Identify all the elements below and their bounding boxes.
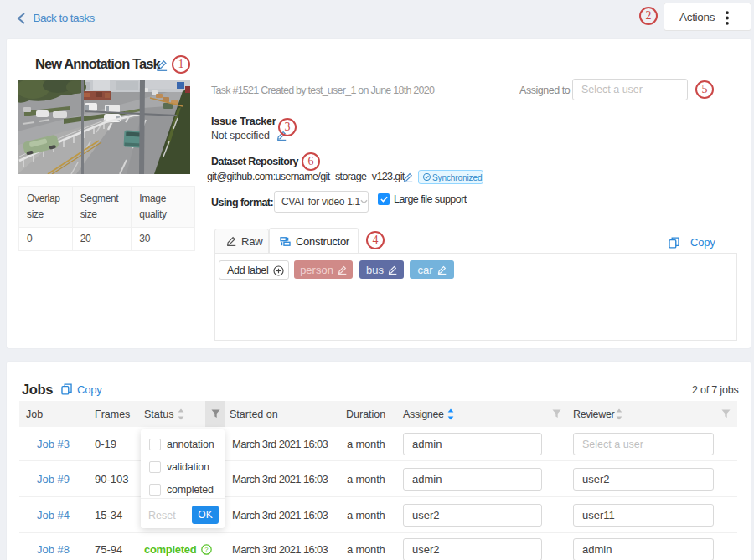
svg-text:?: ?	[204, 546, 208, 553]
